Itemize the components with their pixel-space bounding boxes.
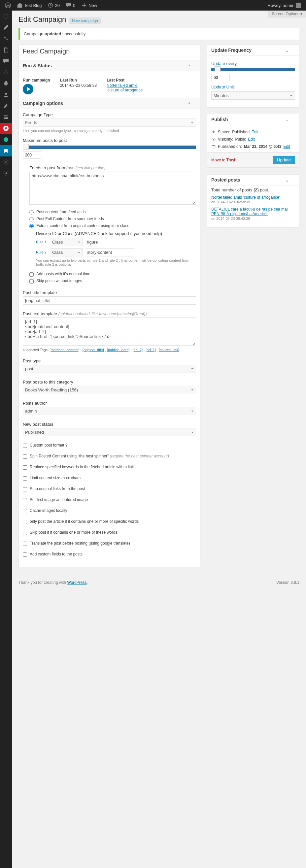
new-campaign-button[interactable]: New campaign [69,18,101,24]
option-row: Set first image as featured image [23,497,196,502]
max-posts-input[interactable] [23,152,41,159]
collapse-icon[interactable] [286,48,295,57]
update-every-label: Update every [211,61,295,66]
site-link[interactable]: Test Blog [14,0,44,10]
update-every-slider[interactable] [211,68,295,71]
menu-collapse[interactable] [0,168,12,179]
wordpress-link[interactable]: WordPress [67,580,87,585]
publish-box: Publish Status: Published Edit Visibilit… [207,114,299,168]
collapse-icon[interactable] [286,177,295,187]
option-row: Custom post format ? [23,443,196,448]
edit-status-link[interactable]: Edit [251,130,258,134]
menu-plugin2[interactable] [0,156,12,168]
posted-link[interactable]: Nortel failed amid 'culture of arrogance… [211,195,280,200]
calendar-icon [211,144,216,149]
publish-header[interactable]: Publish [207,114,299,125]
option-checkbox-6[interactable] [23,509,27,513]
radio-asis[interactable] [29,210,34,215]
category-label: Post posts to this category [23,379,196,384]
update-unit-select[interactable]: Minutes [211,91,295,100]
menu-pages[interactable] [0,44,12,56]
new-link[interactable]: New [79,0,99,10]
author-select[interactable]: admin [23,407,196,415]
rule2-value-input[interactable] [85,248,134,256]
wp-logo[interactable] [3,0,13,10]
rule2-label: Rule 2 [36,250,48,254]
option-checkbox-3[interactable] [23,476,27,480]
campaign-options-header[interactable]: Campaign options [19,98,200,109]
post-type-select[interactable]: post [23,365,196,373]
comments-link[interactable]: 0 [63,0,78,10]
pin-icon [211,130,216,134]
menu-campaigns[interactable] [0,145,12,156]
option-checkbox-5[interactable] [23,498,27,502]
svg-point-10 [4,115,6,117]
check-original-time[interactable] [29,272,34,277]
posted-posts-header[interactable]: Posted posts [207,175,299,185]
menu-settings[interactable] [0,112,12,123]
title-template-input[interactable] [23,297,196,305]
update-button[interactable]: Update [273,156,295,164]
edit-visibility-link[interactable]: Edit [248,137,255,142]
option-row: Skip post if it contains one or more of … [23,530,196,535]
rule1-type-select[interactable]: Class [50,238,83,246]
option-checkbox-1[interactable] [23,455,27,459]
text-template-textarea[interactable]: [ad_1] <br>[matched_content] <br>[ad_2] … [23,317,196,346]
run-campaign-button[interactable] [23,84,33,94]
option-checkbox-4[interactable] [23,487,27,491]
rule1-label: Rule 1 [36,240,48,244]
option-row: Replace specified keywords in the fetche… [23,465,196,470]
slider-handle[interactable] [215,66,220,72]
menu-tools[interactable] [0,100,12,112]
status-select[interactable]: Published [23,428,196,436]
feeds-textarea[interactable]: http://www.cbc.ca/cmlink/rss-business [29,172,196,205]
status-label: New post status [23,422,196,427]
campaign-type-select: Feeds [23,119,196,127]
publish-visibility-row: Visibility: Public Edit [211,137,295,142]
check-skip-noimage[interactable] [29,279,34,283]
option-checkbox-9[interactable] [23,541,27,546]
menu-posts[interactable] [0,22,12,33]
menu-users[interactable] [0,89,12,100]
last-run-label: Last Run [60,78,97,83]
menu-comments[interactable] [0,56,12,67]
menu-plugin1[interactable] [0,134,12,145]
collapse-icon[interactable] [286,117,295,127]
option-row: Translate the post before posting (using… [23,541,196,546]
move-to-trash-link[interactable]: Move to Trash [211,158,236,162]
option-checkbox-7[interactable] [23,520,27,524]
radio-full[interactable] [29,217,34,221]
menu-appearance[interactable] [0,67,12,78]
supported-tags: supported Tags: [matched_content] , [ori… [23,348,196,352]
svg-point-17 [5,161,7,163]
rule2-type-select[interactable]: Class [50,248,83,256]
category-select[interactable]: Books Worth Reading (156) [23,386,196,394]
howdy-account[interactable]: Howdy, admin [266,0,303,10]
menu-plugins[interactable] [0,78,12,89]
run-status-header[interactable]: Run & Status [19,60,200,71]
option-checkbox-2[interactable] [23,465,27,470]
option-checkbox-10[interactable] [23,553,27,557]
posted-link[interactable]: DETALIUL care a făcut-o de râs pe cea ma… [211,207,287,216]
menu-dashboard[interactable] [0,10,12,22]
option-row: only post the article if it contains one… [23,519,196,524]
option-checkbox-8[interactable] [23,531,27,535]
option-checkbox-0[interactable] [23,443,27,448]
menu-pinterest[interactable]: P [0,123,12,134]
rule1-value-input[interactable] [85,238,134,246]
updates-link[interactable]: 20 [45,0,62,10]
max-posts-slider[interactable] [23,146,196,149]
radio-extract[interactable] [29,224,34,228]
posted-item: DETALIUL care a făcut-o de râs pe cea ma… [211,207,295,221]
collapse-icon[interactable] [188,62,197,72]
svg-rect-5 [5,48,8,53]
menu-media[interactable] [0,33,12,44]
campaign-title-input[interactable]: Feed Campaign [19,45,200,58]
edit-date-link[interactable]: Edit [283,144,290,149]
slider-handle[interactable] [23,144,29,150]
collapse-icon[interactable] [188,99,197,109]
update-frequency-header[interactable]: Update Frequency [207,45,299,56]
last-post-link[interactable]: Nortel failed amid 'culture of arrogance… [106,83,143,92]
update-every-input[interactable] [211,74,230,81]
screen-options-button[interactable]: Screen Options [268,10,306,18]
